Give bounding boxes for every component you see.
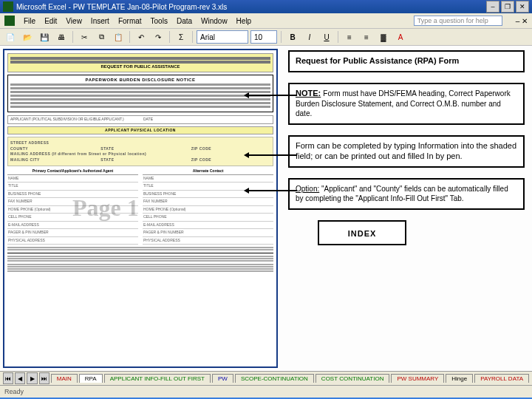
menu-file[interactable]: File: [24, 17, 35, 25]
font-name-select[interactable]: Arial: [197, 30, 248, 44]
callout-index[interactable]: INDEX: [318, 220, 406, 245]
help-search-input[interactable]: Type a question for help: [414, 16, 502, 26]
callout-option: Option: "Applicant" and "County" fields …: [288, 178, 525, 211]
callout-note: NOTE: Form must have DHS/FEMA heading, C…: [288, 83, 525, 125]
status-text: Ready: [4, 388, 24, 395]
menu-tools[interactable]: Tools: [151, 17, 168, 25]
rpa-form-preview: REQUEST FOR PUBLIC ASSISTANCE PAPERWORK …: [3, 49, 278, 368]
menu-bar: File Edit View Insert Format Tools Data …: [0, 13, 532, 29]
standard-toolbar: 📄 📂 💾 🖶 ✂ ⧉ 📋 ↶ ↷ Σ Arial 10 B I U ≡ ≡ ▓…: [0, 29, 532, 46]
window-titlebar: Microsoft Excel - PW TEMPLATE Jan-08-Pil…: [0, 0, 532, 13]
tab-payroll[interactable]: PAYROLL DATA: [474, 374, 529, 383]
copy-icon[interactable]: ⧉: [94, 30, 109, 44]
applicant-label: APPLICANT (Political subdivision or elig…: [10, 117, 137, 122]
physical-location-bar: APPLICANT PHYSICAL LOCATION: [7, 126, 273, 135]
redo-icon[interactable]: ↷: [151, 30, 166, 44]
print-icon[interactable]: 🖶: [54, 30, 69, 44]
cut-icon[interactable]: ✂: [77, 30, 92, 44]
tab-scope[interactable]: SCOPE-CONTINUATION: [235, 374, 314, 383]
status-bar: Ready: [0, 385, 532, 398]
align-center-icon[interactable]: ≡: [359, 30, 374, 44]
app-name: Microsoft Excel: [16, 3, 66, 11]
italic-icon[interactable]: I: [302, 30, 317, 44]
fill-color-icon[interactable]: ▓: [376, 30, 391, 44]
tab-nav-last[interactable]: ⏭: [39, 372, 50, 384]
tab-applicant-info[interactable]: APPLICANT INFO-FILL OUT FIRST: [104, 374, 211, 383]
tab-nav-next[interactable]: ▶: [27, 372, 37, 384]
menu-view[interactable]: View: [66, 17, 82, 25]
minimize-button[interactable]: –: [486, 1, 499, 13]
tab-summary[interactable]: PW SUMMARY: [391, 374, 444, 383]
tab-cost[interactable]: COST CONTINUATION: [316, 374, 390, 383]
alternate-contact-hdr: Alternate Contact: [143, 168, 273, 175]
tab-nav-first[interactable]: ⏮: [3, 372, 13, 384]
save-icon[interactable]: 💾: [37, 30, 52, 44]
underline-icon[interactable]: U: [319, 30, 334, 44]
tab-hinge[interactable]: Hinge: [446, 374, 473, 383]
form-request-title: REQUEST FOR PUBLIC ASSISTANCE: [100, 64, 180, 69]
excel-icon: [3, 1, 13, 12]
menu-format[interactable]: Format: [118, 17, 142, 25]
menu-edit[interactable]: Edit: [44, 17, 57, 25]
tab-main[interactable]: MAIN: [51, 374, 78, 383]
close-button[interactable]: ✕: [516, 1, 529, 13]
document-name: PW TEMPLATE Jan-08-Pilot Program-rev 3.x…: [73, 3, 228, 11]
maximize-button[interactable]: ❐: [501, 1, 514, 13]
primary-contact-hdr: Primary Contact/Applicant's Authorized A…: [7, 168, 138, 175]
align-left-icon[interactable]: ≡: [342, 30, 357, 44]
callout-fill: Form can be completed by typing Informat…: [288, 135, 525, 168]
open-icon[interactable]: 📂: [20, 30, 35, 44]
menu-help[interactable]: Help: [236, 17, 252, 25]
tab-pw[interactable]: PW: [212, 374, 233, 383]
sheet-tab-bar: ⏮ ◀ ▶ ⏭ MAIN RPA APPLICANT INFO-FILL OUT…: [0, 371, 532, 385]
burden-title: PAPERWORK BURDEN DISCLOSURE NOTICE: [86, 78, 196, 82]
font-color-icon[interactable]: A: [393, 30, 408, 44]
menu-insert[interactable]: Insert: [91, 17, 109, 25]
tab-nav-prev[interactable]: ◀: [15, 372, 25, 384]
page-watermark: Page 1: [72, 195, 139, 221]
menu-window[interactable]: Window: [201, 17, 228, 25]
paste-icon[interactable]: 📋: [111, 30, 126, 44]
bold-icon[interactable]: B: [285, 30, 300, 44]
annotation-pane: Request for Public Assistance (RPA) Form…: [281, 46, 532, 371]
sort-icon[interactable]: Σ: [174, 30, 188, 44]
new-icon[interactable]: 📄: [3, 30, 18, 44]
menu-data[interactable]: Data: [177, 17, 192, 25]
excel-doc-icon: [4, 16, 15, 26]
workspace: REQUEST FOR PUBLIC ASSISTANCE PAPERWORK …: [0, 46, 532, 371]
tab-rpa[interactable]: RPA: [79, 374, 103, 383]
font-size-select[interactable]: 10: [250, 30, 277, 44]
callout-title: Request for Public Assistance (RPA) Form: [288, 50, 525, 72]
undo-icon[interactable]: ↶: [134, 30, 149, 44]
